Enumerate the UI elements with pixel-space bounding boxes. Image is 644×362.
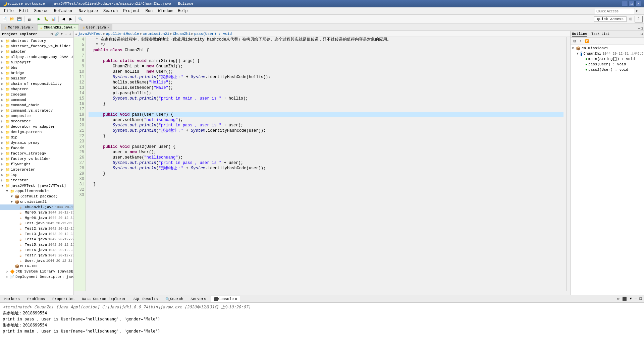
tree-item[interactable]: ▷📁design-pattern [0,129,73,135]
tree-item[interactable]: ▷📁alipay.trade.page.pay-JAVA-UTF-8 [0,54,73,60]
tree-item[interactable]: ▷📁adapter [0,49,73,54]
tab-console-close[interactable]: ✕ [235,297,237,301]
tree-item[interactable]: ▷📁factory_vs_builder [0,156,73,162]
tree-item[interactable]: ▷📁codegen [0,92,73,97]
breadcrumb-module[interactable]: appClientModule [106,32,139,36]
coverage-button[interactable]: 📊 [50,16,57,22]
code-line[interactable]: System.out.println("print in pass , user… [89,123,564,128]
tree-item[interactable]: ▷📁decorator [0,119,73,124]
outline-collapse-btn[interactable]: ⊟ [572,39,577,44]
open-perspective-btn[interactable]: ⊞ [627,16,634,22]
tree-item[interactable]: ▷📁iterator [0,178,73,183]
outline-maximize-btn[interactable]: □ [641,32,643,36]
outline-sort-btn[interactable]: ↕ [578,39,583,44]
menu-run[interactable]: Run [143,8,156,14]
task-list-tab[interactable]: Task List [591,32,609,36]
tab-properties[interactable]: Properties [49,296,77,302]
tree-item[interactable]: ▷📁command_chain [0,103,73,108]
breadcrumb-class[interactable]: ChuanZhi [173,32,191,36]
tree-item[interactable]: ☕Test4.java1042 20-12-22 上午 [0,237,73,242]
tab-console[interactable]: ⬛ Console ✕ [211,296,240,302]
tree-item[interactable]: ▷📁command_vs_strategy [0,108,73,113]
tree-item[interactable]: ▷📁flyweight [0,162,73,167]
outline-item[interactable]: ●main(String[]) : void [571,56,644,62]
tree-item[interactable]: ▷📁factory_strategy [0,151,73,156]
maximize-editor-btn[interactable]: □ [641,27,643,31]
link-btn[interactable]: 🔗 [54,32,59,37]
editor-scrollbar-bottom[interactable] [74,291,570,295]
code-line[interactable]: } [89,182,564,187]
code-line[interactable] [89,139,564,144]
menu-file[interactable]: File [1,8,16,14]
panel-minimize-btn[interactable]: — [64,32,67,37]
tree-item[interactable]: ☕Test3.java1043 20-12-23 上午 [0,231,73,237]
outline-tab[interactable]: Outline [572,32,587,37]
code-line[interactable]: User hollis = new User(); [89,69,564,74]
run-button[interactable]: ▶ [36,16,42,22]
quick-access-toolbar[interactable]: Quick Access [594,16,627,22]
menu-window[interactable]: Window [155,8,175,14]
code-line[interactable]: hollis.setGender("Male"); [89,85,564,90]
tab-datasource[interactable]: Data Source Explorer [79,296,129,302]
tree-item[interactable]: ▷📁isp [0,172,73,178]
code-line[interactable]: public void pass2(User user) { [89,144,564,149]
outline-item[interactable]: ●pass2(User) : void [571,67,644,72]
tree-item[interactable]: ▷📁facade [0,145,73,151]
tree-item[interactable]: ▼📁javaJVMTest [javaJVMTest] [0,183,73,188]
breadcrumb-project[interactable]: javaJVMTest [78,32,103,36]
breadcrumb-package[interactable]: cn.mission21 [143,32,169,36]
code-line[interactable]: System.out.println("形参地址：" + System.iden… [89,166,564,171]
code-line[interactable] [89,107,564,112]
console-options-btn[interactable]: ▼ [629,296,633,301]
minimize-editor-btn[interactable]: — [638,27,640,31]
view-button[interactable]: ☰ [640,9,643,13]
tree-item[interactable]: ▷📁chapter6 [0,86,73,92]
quick-access-input[interactable] [595,8,635,14]
tab-markers[interactable]: Markers [1,296,23,302]
panel-menu-btn[interactable]: ▼ [60,32,63,37]
save-button[interactable]: 💾 [16,16,23,22]
tab-user[interactable]: ☕ User.java ✕ [79,24,112,31]
tree-item[interactable]: ☕Test7.java1043 20-12-23 上午 [0,253,73,258]
debug-button[interactable]: 🐛 [43,16,50,22]
console-stop-btn[interactable]: ⬛ [621,296,628,301]
tree-item[interactable]: ▷📁bbs [0,65,73,70]
menu-refactor[interactable]: Refactor [51,8,76,14]
tree-item[interactable]: ▷📁composite [0,113,73,119]
tab-sqlresults[interactable]: SQL Results [130,296,161,302]
tree-item[interactable]: ☕Test.java1042 20-12-22 上午 [0,221,73,226]
outline-item[interactable]: ▼📦cn.mission21 [571,46,644,51]
tree-item[interactable]: ☕Mgr05.java1044 20-12-31 上 [0,210,73,215]
tab-search[interactable]: 🔍 Search [162,296,186,302]
code-line[interactable]: System.out.println("形参地址：" + System.iden… [89,128,564,133]
code-line[interactable]: } [89,133,564,139]
tree-item[interactable]: ▷📁decorator_vs_adapter [0,124,73,129]
tree-item[interactable]: ▷📁abstract_factory_vs_builder [0,44,73,49]
menu-help[interactable]: Help [175,8,191,14]
menu-search[interactable]: Search [101,8,120,14]
tab-chuanzhi-close[interactable]: ✕ [74,25,76,29]
new-button[interactable]: 📄 [1,16,8,22]
tree-item[interactable]: 📦META-INF [0,263,73,269]
code-line[interactable]: * */ [89,42,564,48]
code-line[interactable]: System.out.println("实参地址：" + System.iden… [89,74,564,80]
tree-item[interactable]: ☕Test5.java1042 20-12-22 上午 [0,242,73,247]
tree-item[interactable]: ▷📁dynamic_proxy [0,140,73,145]
tab-mgr06-close[interactable]: ✕ [32,25,34,29]
code-line[interactable]: System.out.println("print in main , user… [89,96,564,101]
code-line[interactable] [89,187,564,192]
tree-item[interactable]: ▷📄Deployment Descriptor: javaJVMTest [0,274,73,280]
code-line[interactable]: ChuanZhi pt = new ChuanZhi(); [89,64,564,69]
code-line[interactable]: public class ChuanZhi { [89,48,564,53]
open-button[interactable]: 📂 [9,16,15,22]
collapse-all-btn[interactable]: ⊟ [50,32,53,37]
back-button[interactable]: ◀ [60,16,67,22]
code-line[interactable]: user.setName("hollischuang"); [89,155,564,160]
tree-item[interactable]: ▷📁command [0,97,73,103]
tree-item[interactable]: ▷📁bridge [0,70,73,76]
tree-item[interactable]: ▷📁alipayjsf [0,60,73,65]
menu-project[interactable]: Project [120,8,143,14]
console-minimize-btn[interactable]: — [634,296,638,301]
tab-problems[interactable]: Problems [24,296,48,302]
code-line[interactable]: hollis.setName("Hollis"); [89,80,564,85]
